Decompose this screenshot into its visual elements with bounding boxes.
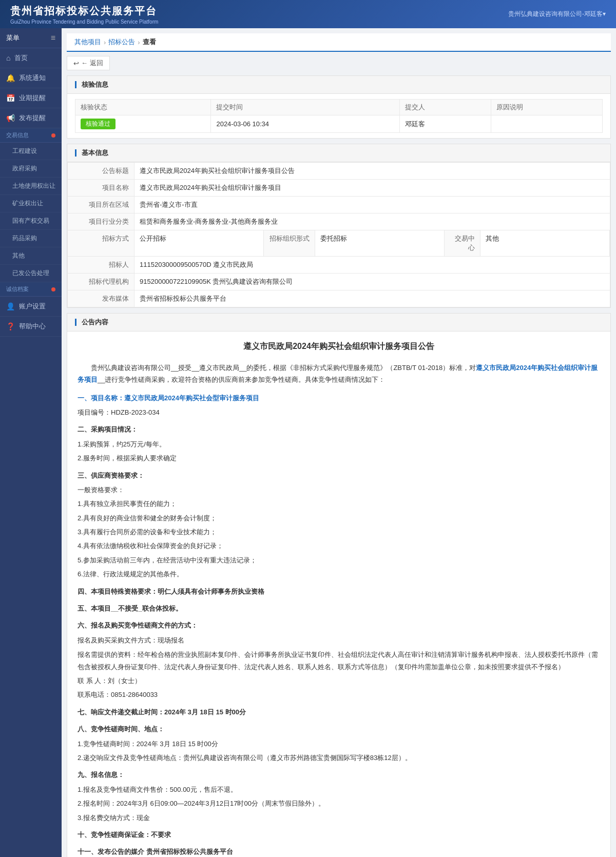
label-agent: 招标代理机构 xyxy=(68,274,134,290)
info-row-industry: 项目行业分类 租赁和商务服务业-商务服务业-其他商务服务业 xyxy=(68,213,610,230)
section-10-title: 十、竞争性磋商保证金：不要求 xyxy=(78,829,600,841)
section-3-title: 三、供应商资格要求： xyxy=(78,470,600,481)
section-3-general: 一般资格要求： xyxy=(78,484,600,496)
value-trade-center: 其他 xyxy=(480,230,610,256)
info-row-bidder: 招标人 111520300009500570D 遵义市民政局 xyxy=(68,257,610,274)
help-icon: ❓ xyxy=(6,322,15,330)
bid-dot xyxy=(51,287,55,291)
intro-company: 贵州弘典建设咨询有限公司__授受__遵义市民政局__的委托，根据《非招标方式采购… xyxy=(91,364,476,372)
section-6-phone: 联系电话：0851-28640033 xyxy=(78,689,600,700)
section-3-req6: 6.法律、行政法规规定的其他条件。 xyxy=(78,568,600,580)
announce-intro-para: 贵州弘典建设咨询有限公司__授受__遵义市民政局__的委托，根据《非招标方式采购… xyxy=(78,362,600,386)
sidebar-item-home[interactable]: ⌂ 首页 xyxy=(0,48,62,68)
verify-info-card: 核验信息 核验状态 提交时间 提交人 原因说明 xyxy=(67,75,611,139)
breadcrumb-item-2[interactable]: 招标公告 xyxy=(108,37,135,47)
section-2-budget: 1.采购预算，约25万元/每年。 xyxy=(78,438,600,450)
section-9-payment: 3.报名费交纳方式：现金 xyxy=(78,812,600,824)
verify-th-reason: 原因说明 xyxy=(491,100,603,115)
value-agent: 915200000722109905K 贵州弘典建设咨询有限公司 xyxy=(134,274,610,290)
verify-info-title: 核验信息 xyxy=(82,80,108,89)
back-button[interactable]: ↩ ← 返回 xyxy=(67,56,110,70)
site-title-en: GuiZhou Province Tendering and Bidding P… xyxy=(10,19,158,25)
sidebar-sub-procurement[interactable]: 政府采购 xyxy=(0,160,62,178)
verify-status-badge: 核验通过 xyxy=(81,119,116,129)
label-bid-method: 招标方式 xyxy=(68,230,134,256)
breadcrumb-item-1[interactable]: 其他项目 xyxy=(74,37,101,47)
sidebar-sub-engineering[interactable]: 工程建设 xyxy=(0,143,62,160)
info-row-project-name: 项目名称 遵义市民政局2024年购买社会组织审计服务项目 xyxy=(68,180,610,197)
home-icon: ⌂ xyxy=(6,54,10,62)
section-1-number: 项目编号：HDZB-2023-034 xyxy=(78,406,600,418)
section-6-contact: 联 系 人：刘（女士） xyxy=(78,675,600,687)
verify-submitter-cell: 邓廷客 xyxy=(399,115,491,133)
account-icon: 👤 xyxy=(6,302,15,310)
user-info[interactable]: 贵州弘典建设咨询有限公司-邓廷客▾ xyxy=(508,10,606,18)
basic-info-header: 基本信息 xyxy=(67,144,610,162)
sidebar-sub-state-assets[interactable]: 国有产权交易 xyxy=(0,212,62,230)
announce-main-title: 遵义市民政局2024年购买社会组织审计服务项目公告 xyxy=(78,339,600,354)
sidebar-item-publish[interactable]: 📢 发布提醒 xyxy=(0,108,62,128)
label-announce-title: 公告标题 xyxy=(68,163,134,179)
bid-section-label: 诚信档案 xyxy=(6,285,29,293)
section-4-title: 四、本项目特殊资格要求：明仁人须具有会计师事务所执业资格 xyxy=(78,586,600,597)
sidebar-sub-land[interactable]: 土地使用权出让 xyxy=(0,178,62,195)
info-row-bid-method: 招标方式 公开招标 招标组织形式 委托招标 交易中心 其他 xyxy=(68,230,610,257)
sidebar-item-deadline[interactable]: 📅 业期提醒 xyxy=(0,88,62,108)
section-3-req1: 1.具有独立承担民事责任的能力； xyxy=(78,498,600,510)
section-3-req3: 3.具有履行合同所必需的设备和专业技术能力； xyxy=(78,526,600,538)
sidebar-item-notify[interactable]: 🔔 系统通知 xyxy=(0,68,62,88)
main-content: 其他项目 › 招标公告 › 查看 ↩ ← 返回 核验信息 核验状态 提交时间 xyxy=(62,28,616,857)
sidebar-sub-published[interactable]: 已发公告处理 xyxy=(0,265,62,282)
announcement-body: 遵义市民政局2024年购买社会组织审计服务项目公告 贵州弘典建设咨询有限公司__… xyxy=(67,332,610,857)
basic-info-content: 公告标题 遵义市民政局2024年购买社会组织审计服务项目公告 项目名称 遵义市民… xyxy=(67,162,610,307)
sidebar-sub-other[interactable]: 其他 xyxy=(0,247,62,265)
sidebar-account-label: 账户设置 xyxy=(19,302,46,311)
label-trade-center: 交易中心 xyxy=(445,230,480,256)
label-bid-org: 招标组织形式 xyxy=(264,230,315,256)
bell-icon: 🔔 xyxy=(6,74,15,82)
trading-dot xyxy=(51,133,55,138)
sidebar-deadline-label: 业期提醒 xyxy=(19,93,46,103)
sidebar-header: 菜单 ≡ xyxy=(0,28,62,48)
value-media: 贵州省招标投标公共服务平台 xyxy=(134,290,610,307)
trading-section-label: 交易信息 xyxy=(6,131,29,139)
value-bid-method: 公开招标 xyxy=(134,230,264,256)
intro-rest: __进行竞争性磋商采购，欢迎符合资格的供应商前来参加竞争性磋商。具体竞争性磋商情… xyxy=(98,376,385,383)
sidebar-section-bid: 诚信档案 xyxy=(0,282,62,297)
hamburger-icon[interactable]: ≡ xyxy=(51,33,55,43)
breadcrumb: 其他项目 › 招标公告 › 查看 xyxy=(67,33,611,52)
value-industry: 租赁和商务服务业-商务服务业-其他商务服务业 xyxy=(134,213,610,230)
verify-table: 核验状态 提交时间 提交人 原因说明 核验通过 2024-03-06 10:34 xyxy=(75,99,603,133)
sidebar-item-help[interactable]: ❓ 帮助中心 xyxy=(0,317,62,337)
sidebar-sub-medicine[interactable]: 药品采购 xyxy=(0,230,62,247)
breadcrumb-item-current: 查看 xyxy=(143,37,156,47)
verify-info-header: 核验信息 xyxy=(67,76,610,94)
verify-status-cell: 核验通过 xyxy=(75,115,211,133)
label-industry: 项目行业分类 xyxy=(68,213,134,230)
sidebar-item-account[interactable]: 👤 账户设置 xyxy=(0,297,62,317)
section-5-title: 五、本项目__不接受_联合体投标。 xyxy=(78,602,600,614)
verify-th-time: 提交时间 xyxy=(211,100,399,115)
back-arrow-icon: ↩ xyxy=(73,60,79,67)
section-6-title: 六、报名及购买竞争性磋商文件的方式： xyxy=(78,619,600,631)
back-label: ← 返回 xyxy=(81,59,103,68)
section-3-req2: 2.具有良好的商业信誉和健全的财务会计制度； xyxy=(78,512,600,524)
info-row-region: 项目所在区域 贵州省-遵义市-市直 xyxy=(68,197,610,213)
publish-icon: 📢 xyxy=(6,114,15,122)
section-9-title: 九、报名信息： xyxy=(78,769,600,781)
sidebar-sub-mineral[interactable]: 矿业权出让 xyxy=(0,195,62,212)
value-announce-title: 遵义市民政局2024年购买社会组织审计服务项目公告 xyxy=(134,163,610,179)
value-bidder: 111520300009500570D 遵义市民政局 xyxy=(134,257,610,273)
section-7-title: 七、响应文件递交截止时间：2024年 3月 18日 15 时00分 xyxy=(78,706,600,718)
basic-info-title: 基本信息 xyxy=(82,148,108,158)
section-3-req5: 5.参加采购活动前三年内，在经营活动中没有重大违法记录； xyxy=(78,554,600,566)
calendar-icon: 📅 xyxy=(6,94,15,102)
label-media: 发布媒体 xyxy=(68,290,134,307)
basic-info-card: 基本信息 公告标题 遵义市民政局2024年购买社会组织审计服务项目公告 项目名称… xyxy=(67,144,611,308)
sidebar-home-label: 首页 xyxy=(14,53,28,63)
verify-th-status: 核验状态 xyxy=(75,100,211,115)
sidebar-section-trading: 交易信息 xyxy=(0,128,62,143)
sidebar-menu-label: 菜单 xyxy=(6,33,20,43)
main-layout: 菜单 ≡ ⌂ 首页 🔔 系统通知 📅 业期提醒 📢 发布提醒 交易信息 工程建设… xyxy=(0,28,616,857)
section-6-method: 报名及购买采购文件方式：现场报名 xyxy=(78,634,600,646)
